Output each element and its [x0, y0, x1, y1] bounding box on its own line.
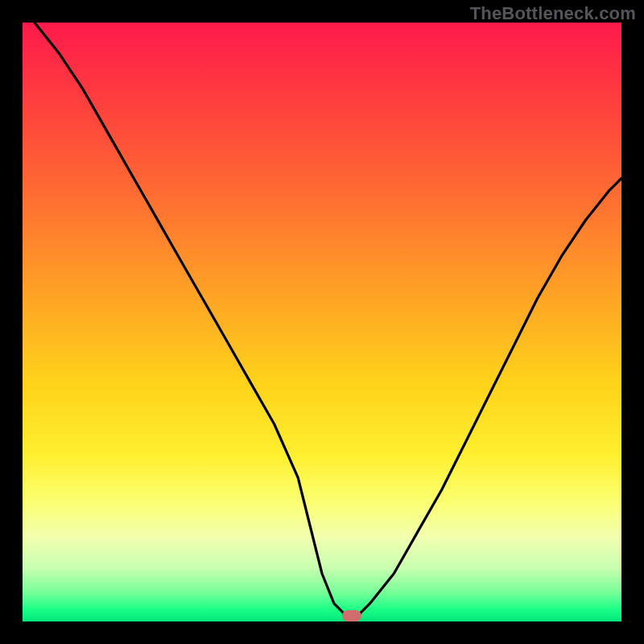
curve-layer: [23, 23, 621, 621]
bottleneck-curve-path: [35, 23, 621, 616]
watermark-text: TheBottleneck.com: [470, 3, 636, 24]
plot-area: [23, 23, 621, 621]
nadir-marker: [342, 610, 361, 621]
chart-stage: TheBottleneck.com: [0, 0, 644, 644]
